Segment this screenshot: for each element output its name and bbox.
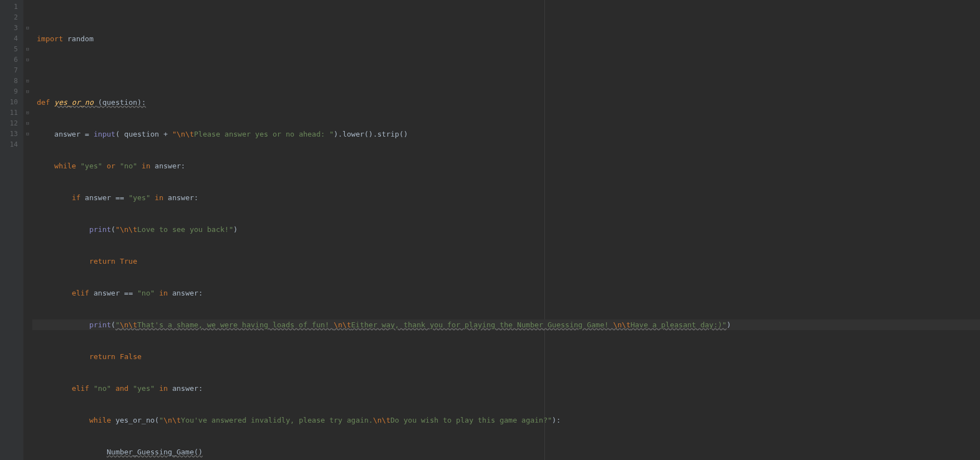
code-editor[interactable]: 12 34 56 78 910 1112 1314 ⊟⊟⊟⊡⊟⊡⊟⊟ impor… xyxy=(0,0,980,460)
code-content[interactable]: import random def yes_or_no (question): … xyxy=(32,0,980,460)
fold-column[interactable]: ⊟⊟⊟⊡⊟⊡⊟⊟ xyxy=(23,0,32,460)
gutter: 12 34 56 78 910 1112 1314 xyxy=(0,0,23,460)
